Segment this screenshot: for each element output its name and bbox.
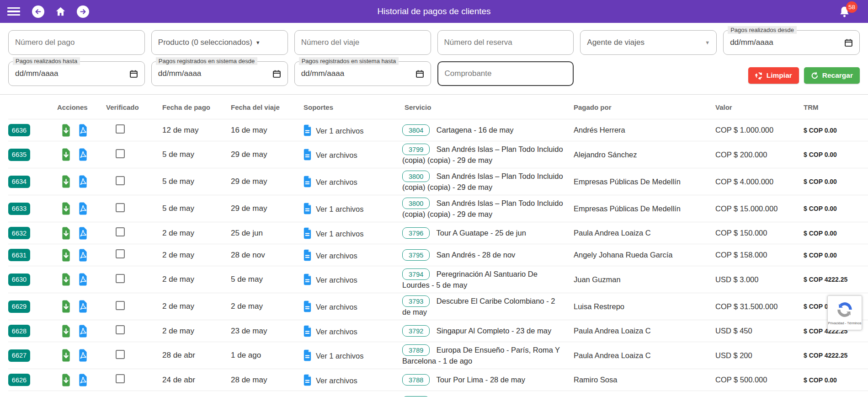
download-file-button[interactable] — [61, 148, 71, 161]
pdf-file-button[interactable] — [78, 349, 88, 362]
calendar-icon[interactable] — [844, 38, 853, 47]
view-files-link[interactable]: Ver archivos — [316, 376, 357, 385]
verified-checkbox[interactable] — [116, 274, 125, 283]
service-id-pill[interactable]: 3793 — [402, 295, 430, 307]
verified-checkbox[interactable] — [116, 227, 125, 236]
pdf-file-button[interactable] — [78, 273, 88, 286]
reservation-number-field[interactable] — [437, 30, 574, 55]
payment-id-badge[interactable]: 6629 — [8, 300, 30, 313]
pdf-file-button[interactable] — [78, 249, 88, 262]
trip-number-input[interactable] — [301, 38, 424, 47]
pdf-file-button[interactable] — [78, 300, 88, 313]
pdf-file-button[interactable] — [78, 202, 88, 215]
amount-value: COP $ 500.000 — [713, 369, 800, 391]
payment-id-badge[interactable]: 6635 — [8, 149, 30, 161]
download-file-button[interactable] — [61, 374, 71, 386]
view-files-link[interactable]: Ver archivos — [316, 276, 357, 284]
verified-checkbox[interactable] — [116, 203, 125, 212]
download-file-button[interactable] — [61, 124, 71, 137]
payment-id-badge[interactable]: 6626 — [8, 374, 30, 386]
payments-until-date-field[interactable]: Pagos realizados hasta dd/mm/aaaa — [8, 61, 145, 86]
menu-icon[interactable] — [7, 7, 20, 16]
service-id-pill[interactable]: 3800 — [402, 198, 430, 209]
notifications-button[interactable]: 58 — [838, 5, 851, 21]
service-description: Tour A Guatape - 25 de jun — [434, 229, 526, 237]
download-file-button[interactable] — [61, 249, 71, 262]
view-files-link[interactable]: Ver archivos — [316, 252, 357, 260]
service-id-pill[interactable]: 3794 — [402, 268, 430, 280]
service-id-pill[interactable]: 3796 — [402, 227, 430, 239]
download-file-button[interactable] — [61, 227, 71, 240]
service-id-pill[interactable]: 3800 — [402, 171, 430, 182]
file-download-icon — [61, 175, 71, 188]
verified-checkbox[interactable] — [116, 124, 125, 134]
verified-checkbox[interactable] — [116, 301, 125, 310]
product-select[interactable]: Producto (0 seleccionados) ▼ — [151, 30, 288, 55]
verified-checkbox[interactable] — [116, 176, 125, 185]
view-files-link[interactable]: Ver 1 archivos — [316, 205, 364, 213]
view-files-link[interactable]: Ver archivos — [316, 151, 357, 159]
registered-until-date-field[interactable]: Pagos registrados en sistema hasta dd/mm… — [294, 61, 431, 86]
verified-checkbox[interactable] — [116, 374, 125, 383]
payment-number-field[interactable] — [8, 30, 145, 55]
verified-checkbox[interactable] — [116, 325, 125, 334]
verified-checkbox[interactable] — [116, 149, 125, 158]
download-file-button[interactable] — [61, 325, 71, 338]
download-file-button[interactable] — [61, 175, 71, 188]
receipt-input[interactable] — [445, 69, 567, 78]
service-id-pill[interactable]: 3799 — [402, 144, 430, 155]
reload-button[interactable]: Recargar — [804, 67, 860, 84]
service-id-pill[interactable]: 3792 — [402, 325, 430, 337]
reservation-number-input[interactable] — [444, 38, 567, 47]
forward-button[interactable] — [77, 5, 89, 18]
view-files-link[interactable]: Ver archivos — [316, 303, 357, 311]
pdf-file-button[interactable] — [78, 148, 88, 161]
payment-date: 2 de may — [155, 293, 224, 320]
view-files-link[interactable]: Ver 1 archivos — [316, 352, 364, 360]
trip-number-field[interactable] — [294, 30, 431, 55]
recaptcha-privacy-terms-link[interactable]: Privacidad - Términos — [828, 321, 862, 325]
payment-id-badge[interactable]: 6633 — [8, 203, 30, 215]
travel-agent-select[interactable]: Agente de viajes ▼ — [580, 30, 717, 55]
recaptcha-badge[interactable]: Privacidad - Términos — [827, 295, 862, 330]
service-id-pill[interactable]: 3788 — [402, 374, 430, 386]
trm-value: $ COP 0.00 — [800, 141, 868, 168]
clear-button[interactable]: Limpiar — [748, 67, 799, 84]
download-file-button[interactable] — [61, 349, 71, 362]
download-file-button[interactable] — [61, 273, 71, 286]
calendar-icon[interactable] — [129, 70, 138, 78]
pdf-file-button[interactable] — [78, 124, 88, 137]
pdf-file-button[interactable] — [78, 175, 88, 188]
payment-id-badge[interactable]: 6632 — [8, 227, 30, 239]
payment-number-input[interactable] — [15, 38, 138, 47]
payment-id-badge[interactable]: 6628 — [8, 325, 30, 337]
service-id-pill[interactable]: 3804 — [402, 124, 430, 136]
registered-from-date-field[interactable]: Pagos registrados en sistema desde dd/mm… — [151, 61, 288, 86]
verified-checkbox[interactable] — [116, 350, 125, 359]
verified-checkbox[interactable] — [116, 249, 125, 258]
payment-date — [155, 391, 224, 397]
pdf-file-button[interactable] — [78, 227, 88, 240]
view-files-link[interactable]: Ver archivos — [316, 178, 357, 186]
payment-id-badge[interactable]: 6636 — [8, 124, 30, 136]
download-file-button[interactable] — [61, 300, 71, 313]
payment-id-badge[interactable]: 6634 — [8, 176, 30, 188]
download-file-button[interactable] — [61, 202, 71, 215]
back-button[interactable] — [32, 5, 44, 18]
home-button[interactable] — [55, 6, 66, 17]
service-id-pill[interactable]: 3789 — [402, 344, 430, 356]
view-files-link[interactable]: Ver 1 archivos — [316, 127, 364, 135]
payment-id-badge[interactable]: 6627 — [8, 349, 30, 362]
receipt-field[interactable] — [437, 61, 574, 86]
view-files-link[interactable]: Ver 1 archivos — [316, 230, 364, 238]
payment-id-badge[interactable]: 6630 — [8, 274, 30, 286]
calendar-icon[interactable] — [272, 70, 281, 78]
payment-id-badge[interactable]: 6631 — [8, 249, 30, 261]
pdf-file-button[interactable] — [78, 325, 88, 338]
table-row: 6634 5 de may 29 de may Ver archivos 380… — [8, 168, 868, 195]
view-files-link[interactable]: Ver archivos — [316, 327, 357, 336]
calendar-icon[interactable] — [415, 70, 424, 78]
payments-from-date-field[interactable]: Pagos realizados desde dd/mm/aaaa — [723, 30, 860, 55]
pdf-file-button[interactable] — [78, 374, 88, 386]
service-id-pill[interactable]: 3795 — [402, 249, 430, 261]
